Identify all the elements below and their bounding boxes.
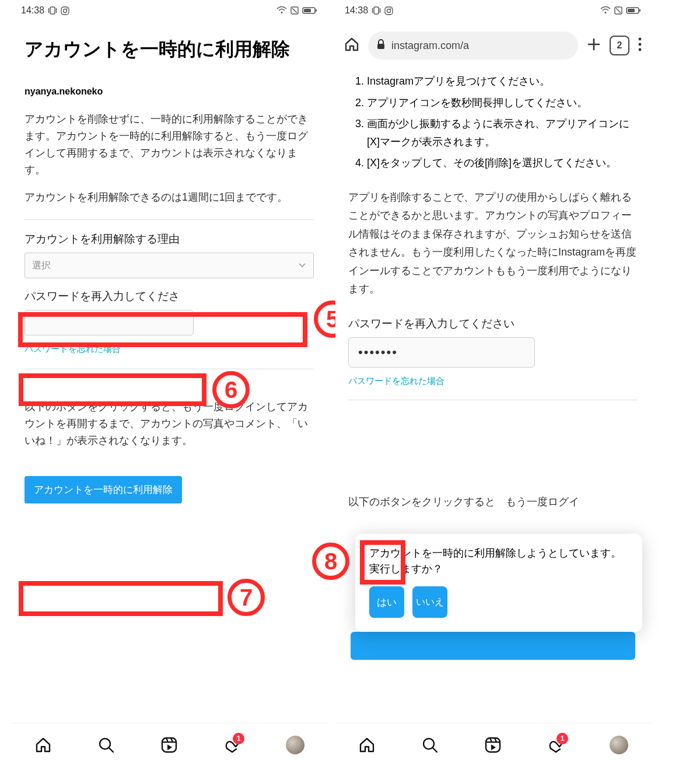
new-tab-icon[interactable] [586,37,601,54]
deactivate-button[interactable]: アカウントを一時的に利用解除 [24,476,182,503]
status-bar: 14:38 [335,0,650,21]
svg-point-35 [639,48,642,51]
svg-rect-30 [377,44,384,49]
url-text: instagram.com/a [391,40,469,52]
password-input-right[interactable]: ••••••• [348,337,535,368]
reason-label: アカウントを利用解除する理由 [24,232,314,247]
background-cutoff-text: 以下のボタンをクリックすると もう一度ログイ [335,495,592,509]
bottom-tab-bar: 1 [12,723,327,766]
reason-select[interactable]: 選択 [24,253,314,278]
vibrate-icon [48,6,57,15]
reels-tab[interactable] [159,735,179,755]
phone-left-screen: 14:38 アカウントを一時的に利用解除 nyanya.nekoneko アカウ… [12,0,327,766]
svg-rect-21 [385,7,393,15]
svg-point-24 [605,12,607,13]
page-title: アカウントを一時的に利用解除 [24,35,314,63]
svg-rect-0 [50,7,55,14]
avatar [286,736,304,754]
password-dots: ••••••• [358,345,398,360]
list-item: Instagramアプリを見つけてください。 [367,72,638,90]
explanation-paragraph: アプリを削除することで、アプリの使用からしばらく離れることができるかと思います。… [348,188,638,299]
highlight-step-7 [19,581,223,616]
svg-point-4 [64,9,67,12]
instagram-indicator-icon [61,6,69,15]
browser-toolbar: instagram.com/a 2 [335,21,650,72]
svg-line-37 [433,748,437,752]
status-bar: 14:38 [12,0,327,21]
modal-text: アカウントを一時的に利用解除しようとしています。実行しますか？ [369,545,628,577]
modal-no-button[interactable]: いいえ [412,586,447,618]
svg-point-23 [390,8,391,9]
divider-right [348,400,638,400]
forgot-password-link[interactable]: パスワードを忘れた場合 [24,344,121,355]
forgot-password-link-right[interactable]: パスワードを忘れた場合 [348,376,444,387]
select-placeholder: 選択 [32,260,51,272]
wifi-icon [276,6,287,15]
bottom-tab-bar: 1 [335,723,650,766]
vibrate-icon [372,6,381,15]
modal-yes-button[interactable]: はい [369,586,404,618]
instruction-list: Instagramアプリを見つけてください。 アプリアイコンを数秒間長押ししてく… [348,72,638,172]
svg-rect-28 [628,9,635,12]
wifi-icon [600,6,611,15]
url-bar[interactable]: instagram.com/a [368,32,578,60]
step-circle-7: 7 [228,579,265,616]
password-label: パスワードを再入力してくださ [24,289,314,304]
svg-rect-14 [162,738,176,752]
svg-line-8 [292,8,297,13]
status-time: 14:38 [21,5,44,16]
description-1: アカウントを削除せずに、一時的に利用解除することができます。アカウントを一時的に… [24,111,314,179]
status-time: 14:38 [345,5,368,16]
tabs-count[interactable]: 2 [610,36,629,55]
home-icon[interactable] [344,36,360,55]
password-label-right: パスワードを再入力してください [348,316,638,331]
profile-tab[interactable] [609,735,629,755]
phone-right-screen: 14:38 instag [335,0,650,766]
divider-2 [24,369,314,369]
svg-rect-10 [304,9,311,12]
svg-rect-11 [316,9,317,12]
search-tab[interactable] [96,735,116,755]
password-input[interactable] [24,310,194,335]
svg-line-13 [109,748,113,752]
home-tab[interactable] [33,735,53,755]
description-2: アカウントを利用解除できるのは1週間に1回までです。 [24,189,314,206]
list-item: 画面が少し振動するように表示され、アプリアイコンに[X]マークが表示されます。 [367,115,638,151]
activity-tab[interactable]: 1 [546,735,566,755]
battery-icon [626,6,641,15]
list-item: [X]をタップして、その後[削除]を選択してください。 [367,154,638,172]
instagram-indicator-icon [384,6,393,15]
home-tab[interactable] [357,735,377,755]
notification-badge: 1 [233,733,244,744]
battery-icon [302,6,317,15]
svg-line-26 [616,8,621,13]
chevron-down-icon [298,260,306,271]
avatar [610,736,628,754]
username-text: nyanya.nekoneko [24,86,314,97]
svg-point-33 [639,38,642,41]
lock-icon [376,39,386,53]
confirm-modal: アカウントを一時的に利用解除しようとしています。実行しますか？ はい いいえ [355,534,642,632]
svg-rect-3 [61,7,69,15]
more-icon[interactable] [638,37,642,54]
profile-tab[interactable] [285,735,305,755]
notification-badge: 1 [556,733,568,744]
sim-icon [614,6,622,15]
activity-tab[interactable]: 1 [222,735,242,755]
svg-rect-29 [639,9,640,12]
svg-point-5 [66,8,68,9]
search-tab[interactable] [420,735,440,755]
divider [24,219,314,220]
sim-icon [290,6,299,15]
svg-rect-18 [374,7,379,14]
svg-rect-38 [486,738,500,752]
reels-tab[interactable] [483,735,503,755]
svg-point-34 [639,43,642,46]
list-item: アプリアイコンを数秒間長押ししてください。 [367,94,638,112]
background-button-peek [351,632,635,660]
confirm-paragraph: 以下のボタンをクリックすると、もう一度ログインしてアカウントを再開するまで、アカ… [24,398,314,449]
svg-point-22 [387,9,391,12]
svg-point-6 [281,12,283,13]
